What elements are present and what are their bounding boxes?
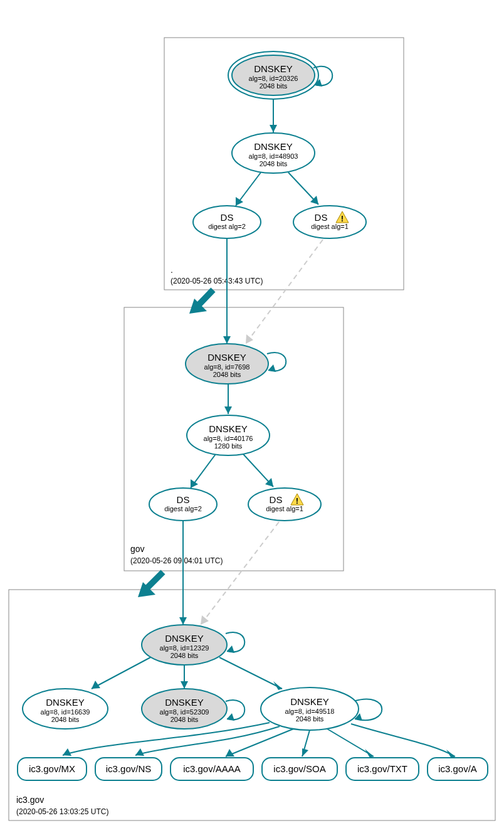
- root-zsk-sub1: alg=8, id=48903: [249, 152, 298, 160]
- ic3-k3-sub1: alg=8, id=49518: [285, 708, 335, 715]
- node-rr-a: ic3.gov/A: [428, 758, 488, 780]
- rr-mx-label: ic3.gov/MX: [29, 763, 75, 774]
- root-ds1-sub1: digest alg=1: [311, 223, 349, 230]
- gov-ds1-sub1: digest alg=1: [266, 505, 303, 512]
- svg-marker-20: [63, 748, 71, 756]
- gov-ksk-sub2: 2048 bits: [213, 371, 241, 378]
- svg-point-30: [293, 206, 366, 238]
- svg-text:!: !: [296, 496, 298, 506]
- svg-marker-1: [270, 125, 277, 132]
- ic3-k2-title: DNSKEY: [165, 697, 204, 708]
- edge-zone-gov-ic3: [147, 572, 163, 588]
- svg-point-35: [248, 488, 321, 521]
- node-gov-ksk: DNSKEY alg=8, id=7698 2048 bits: [186, 344, 268, 384]
- zone-gov-label: gov: [130, 544, 145, 554]
- edge-k3-aaaa: [226, 729, 293, 756]
- node-gov-ds2: DS digest alg=2: [149, 488, 217, 521]
- svg-marker-25: [446, 750, 455, 758]
- zone-ic3-label: ic3.gov: [16, 795, 44, 805]
- gov-ds2-title: DS: [177, 494, 190, 505]
- ic3-k3-title: DNSKEY: [290, 696, 329, 707]
- node-ic3-ksk: DNSKEY alg=8, id=12329 2048 bits: [142, 625, 227, 665]
- svg-marker-22: [226, 749, 234, 756]
- node-root-ds2: DS digest alg=2: [193, 206, 261, 238]
- root-ksk-title: DNSKEY: [254, 63, 293, 74]
- svg-marker-4: [223, 336, 231, 344]
- node-rr-aaaa: ic3.gov/AAAA: [171, 758, 253, 780]
- root-ds2-sub1: digest alg=2: [208, 223, 246, 230]
- ic3-k1-sub1: alg=8, id=16639: [41, 708, 90, 716]
- edge-self-gov-ksk: [267, 353, 286, 371]
- edge-zone-root-gov: [198, 290, 213, 305]
- node-ic3-k3: DNSKEY alg=8, id=49518 2048 bits: [261, 687, 359, 730]
- ic3-ksk-sub2: 2048 bits: [171, 652, 199, 659]
- svg-marker-23: [302, 748, 308, 756]
- rr-a-label: ic3.gov/A: [438, 763, 477, 774]
- node-ic3-k1: DNSKEY alg=8, id=16639 2048 bits: [23, 689, 108, 729]
- gov-zsk-sub2: 1280 bits: [214, 442, 243, 450]
- gov-ds1-title: DS: [270, 494, 283, 505]
- svg-marker-16: [181, 681, 188, 689]
- ic3-ksk-sub1: alg=8, id=12329: [160, 644, 209, 652]
- ic3-k3-sub2: 2048 bits: [296, 715, 324, 723]
- edge-k3-txt: [327, 729, 374, 756]
- root-zsk-title: DNSKEY: [254, 141, 293, 152]
- svg-text:!: !: [341, 214, 344, 223]
- root-ds1-title: DS: [315, 212, 328, 223]
- edge-ic3ksk-k1: [92, 657, 150, 689]
- node-gov-ds1: DS digest alg=1 !: [248, 488, 321, 521]
- root-ksk-sub1: alg=8, id=20326: [249, 75, 298, 82]
- ic3-ksk-title: DNSKEY: [165, 633, 204, 644]
- rr-txt-label: ic3.gov/TXT: [357, 763, 407, 774]
- dnssec-graph: . (2020-05-26 05:43:43 UTC) gov (2020-05…: [0, 0, 504, 828]
- node-gov-zsk: DNSKEY alg=8, id=40176 1280 bits: [187, 415, 270, 455]
- gov-ksk-title: DNSKEY: [207, 352, 246, 363]
- gov-ds2-sub1: digest alg=2: [164, 505, 202, 512]
- zone-gov-ts: (2020-05-26 09:04:01 UTC): [130, 556, 223, 565]
- root-ds2-title: DS: [221, 212, 234, 223]
- node-root-ksk: DNSKEY alg=8, id=20326 2048 bits: [228, 51, 318, 99]
- node-rr-mx: ic3.gov/MX: [18, 758, 87, 780]
- edge-govds1-ic3ksk: [201, 522, 279, 625]
- svg-marker-5: [246, 334, 253, 344]
- zone-root-label: .: [171, 265, 173, 275]
- gov-zsk-sub1: alg=8, id=40176: [204, 435, 253, 442]
- zone-root-ts: (2020-05-26 05:43:43 UTC): [171, 277, 263, 285]
- svg-marker-24: [365, 749, 374, 758]
- node-ic3-k2: DNSKEY alg=8, id=52309 2048 bits: [142, 689, 227, 729]
- gov-zsk-title: DNSKEY: [209, 423, 248, 434]
- node-rr-txt: ic3.gov/TXT: [346, 758, 419, 780]
- gov-ksk-sub1: alg=8, id=7698: [204, 363, 250, 371]
- ic3-k1-title: DNSKEY: [46, 697, 85, 708]
- root-ksk-sub2: 2048 bits: [260, 82, 288, 90]
- node-rr-soa: ic3.gov/SOA: [262, 758, 337, 780]
- edge-self-ic3-k2: [226, 700, 244, 719]
- ic3-k2-sub2: 2048 bits: [171, 716, 199, 723]
- zone-ic3-ts: (2020-05-26 13:03:25 UTC): [16, 807, 108, 816]
- edge-ic3ksk-k3: [219, 657, 282, 689]
- rr-ns-label: ic3.gov/NS: [106, 763, 152, 774]
- edge-k3-ns: [135, 726, 280, 755]
- ic3-k2-sub1: alg=8, id=52309: [160, 708, 209, 716]
- node-rr-ns: ic3.gov/NS: [95, 758, 162, 780]
- svg-marker-8: [224, 406, 232, 414]
- root-zsk-sub2: 2048 bits: [260, 160, 288, 167]
- node-root-zsk: DNSKEY alg=8, id=48903 2048 bits: [232, 133, 315, 173]
- svg-marker-9: [191, 479, 198, 488]
- svg-marker-21: [135, 748, 144, 756]
- rr-soa-label: ic3.gov/SOA: [273, 763, 325, 774]
- edge-ds1-govksk: [246, 240, 323, 344]
- node-root-ds1: DS digest alg=1 !: [293, 206, 366, 238]
- ic3-k1-sub2: 2048 bits: [51, 716, 80, 723]
- rr-aaaa-label: ic3.gov/AAAA: [183, 763, 241, 774]
- edge-self-ic3-ksk: [226, 632, 244, 652]
- svg-marker-12: [201, 615, 209, 625]
- svg-marker-11: [179, 617, 187, 625]
